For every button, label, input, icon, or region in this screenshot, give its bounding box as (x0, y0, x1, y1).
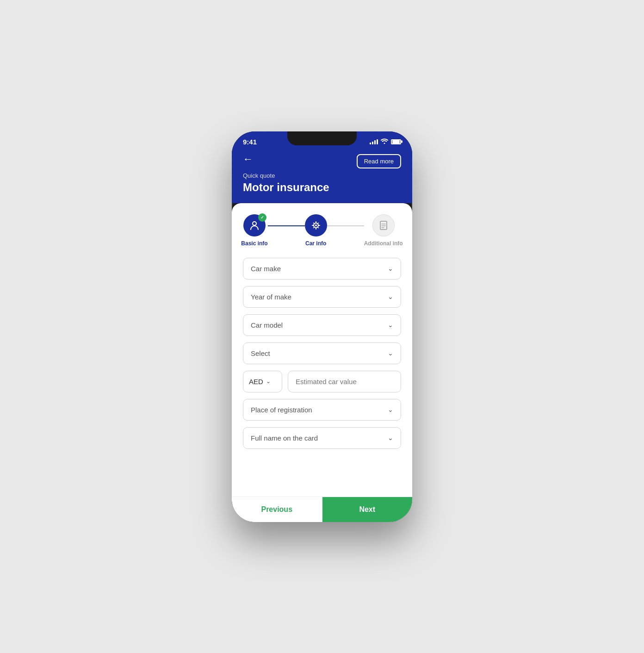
car-make-dropdown[interactable]: Car make ⌄ (243, 258, 401, 280)
step-label-car-info: Car info (305, 240, 326, 247)
header-subtitle: Quick quote (243, 172, 401, 179)
wifi-icon (381, 138, 388, 145)
svg-line-9 (317, 223, 318, 224)
car-model-dropdown[interactable]: Car model ⌄ (243, 314, 401, 336)
full-name-on-card-chevron-icon: ⌄ (388, 434, 393, 442)
status-icons (370, 138, 401, 145)
connector-2 (327, 225, 364, 226)
svg-point-0 (253, 222, 256, 225)
step-label-additional-info: Additional info (364, 240, 403, 247)
step-circle-additional-info (372, 214, 395, 236)
place-of-registration-chevron-icon: ⌄ (388, 406, 393, 413)
check-badge-basic-info: ✓ (258, 213, 266, 222)
connector-1 (268, 225, 305, 226)
select-chevron-icon: ⌄ (388, 349, 393, 357)
year-of-make-label: Year of make (251, 293, 291, 301)
car-model-chevron-icon: ⌄ (388, 321, 393, 329)
select-label: Select (251, 349, 270, 357)
signal-icon (370, 139, 378, 144)
currency-dropdown[interactable]: AED ⌄ (243, 371, 282, 392)
car-make-label: Car make (251, 265, 281, 273)
main-content: ✓ Basic info (232, 203, 412, 522)
year-of-make-dropdown[interactable]: Year of make ⌄ (243, 286, 401, 308)
estimated-car-value-input[interactable] (288, 371, 401, 392)
notch (287, 131, 357, 145)
progress-steps: ✓ Basic info (232, 203, 412, 254)
full-name-on-card-dropdown[interactable]: Full name on the card ⌄ (243, 427, 401, 449)
step-label-basic-info: Basic info (241, 240, 267, 247)
car-make-chevron-icon: ⌄ (388, 265, 393, 272)
step-circle-car-info (305, 214, 327, 236)
phone-frame: 9:41 (232, 131, 412, 522)
header-title: Motor insurance (243, 181, 401, 194)
form-area: Car make ⌄ Year of make ⌄ Car model ⌄ Se… (232, 254, 412, 497)
footer-buttons: Previous Next (232, 497, 412, 522)
step-car-info: Car info (305, 214, 327, 247)
battery-icon (391, 139, 401, 144)
header: ← Read more Quick quote Motor insurance (232, 149, 412, 203)
year-of-make-chevron-icon: ⌄ (388, 293, 393, 300)
currency-row: AED ⌄ (243, 371, 401, 392)
previous-button[interactable]: Previous (232, 497, 322, 522)
phone-screen: 9:41 (232, 131, 412, 522)
step-additional-info: Additional info (364, 214, 403, 247)
svg-line-8 (317, 227, 318, 228)
svg-line-7 (313, 223, 314, 224)
step-circle-basic-info: ✓ (243, 214, 266, 236)
read-more-button[interactable]: Read more (357, 154, 401, 168)
select-dropdown[interactable]: Select ⌄ (243, 342, 401, 364)
svg-point-2 (315, 224, 317, 226)
place-of-registration-label: Place of registration (251, 406, 312, 414)
step-basic-info: ✓ Basic info (241, 214, 267, 247)
currency-value: AED (249, 378, 263, 386)
car-model-label: Car model (251, 321, 283, 329)
svg-rect-11 (380, 221, 387, 230)
place-of-registration-dropdown[interactable]: Place of registration ⌄ (243, 399, 401, 421)
back-button[interactable]: ← (243, 154, 253, 164)
next-button[interactable]: Next (322, 497, 413, 522)
full-name-on-card-label: Full name on the card (251, 434, 318, 442)
svg-line-10 (313, 227, 314, 228)
currency-chevron-icon: ⌄ (266, 378, 271, 385)
status-time: 9:41 (243, 138, 257, 146)
